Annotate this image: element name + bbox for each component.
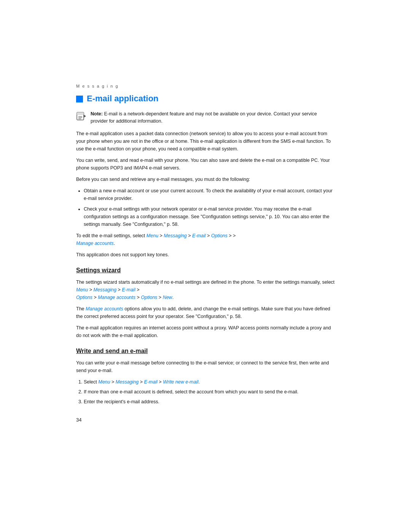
note-content: E-mail is a network-dependent feature an… [91, 111, 317, 124]
step-1: Select Menu > Messaging > E-mail > Write… [84, 378, 335, 386]
note-box: Note: E-mail is a network-dependent feat… [76, 110, 335, 125]
settings-email-link[interactable]: E-mail [192, 233, 206, 238]
page-content: M e s s a g i n g E-mail application Not… [76, 0, 335, 532]
sw-email-link[interactable]: E-mail [122, 287, 135, 292]
step1-menu-link[interactable]: Menu [98, 379, 110, 385]
paragraph-3: Before you can send and retrieve any e-m… [76, 176, 335, 183]
section-label: M e s s a g i n g [76, 84, 335, 88]
settings-manage-link[interactable]: Manage accounts [76, 241, 114, 246]
bullet-item-1: Obtain a new e-mail account or use your … [84, 187, 335, 202]
settings-wizard-para1: The settings wizard starts automatically… [76, 278, 335, 301]
sw-manage-accounts-link[interactable]: Manage accounts [86, 306, 123, 312]
note-bold: Note: [91, 111, 103, 117]
settings-options-link[interactable]: Options [211, 233, 228, 238]
sw-options2-link[interactable]: Options [141, 295, 157, 300]
bullet-list: Obtain a new e-mail account or use your … [84, 187, 335, 228]
settings-wizard-heading: Settings wizard [76, 267, 335, 274]
settings-menu-link[interactable]: Menu [147, 233, 158, 238]
sw-messaging-link[interactable]: Messaging [94, 287, 116, 292]
note-text: Note: E-mail is a network-dependent feat… [91, 110, 335, 125]
app-note: This application does not support key to… [76, 251, 335, 259]
settings-messaging-link[interactable]: Messaging [164, 233, 186, 238]
sw-new-link[interactable]: New [163, 295, 172, 300]
step1-email-link[interactable]: E-mail [144, 379, 157, 385]
settings-wizard-para2: The Manage accounts options allow you to… [76, 305, 335, 320]
steps-list: Select Menu > Messaging > E-mail > Write… [84, 378, 335, 406]
chapter-title: E-mail application [76, 94, 335, 104]
svg-marker-2 [84, 115, 86, 118]
step1-write-link[interactable]: Write new e-mail [163, 379, 198, 385]
write-send-para1: You can write your e-mail message before… [76, 359, 335, 374]
bullet-item-2: Check your e-mail settings with your net… [84, 205, 335, 228]
step-2: If more than one e-mail account is defin… [84, 388, 335, 396]
sw-options-link[interactable]: Options [76, 295, 92, 300]
paragraph-2: You can write, send, and read e-mail wit… [76, 157, 335, 172]
sw-manage-link[interactable]: Manage accounts [98, 295, 135, 300]
sw-menu-link[interactable]: Menu [76, 287, 88, 292]
note-icon [76, 111, 87, 121]
paragraph-1: The e-mail application uses a packet dat… [76, 130, 335, 153]
settings-path-label: To edit the e-mail settings, select [76, 233, 145, 238]
blue-square-icon [76, 96, 83, 102]
settings-path-text: To edit the e-mail settings, select Menu… [76, 232, 335, 247]
svg-rect-1 [77, 112, 84, 115]
step1-messaging-link[interactable]: Messaging [116, 379, 139, 385]
write-send-heading: Write and send an e-mail [76, 348, 335, 355]
page-number: 34 [76, 417, 335, 423]
settings-wizard-para3: The e-mail application requires an inter… [76, 324, 335, 339]
step-3: Enter the recipient's e-mail address. [84, 398, 335, 406]
